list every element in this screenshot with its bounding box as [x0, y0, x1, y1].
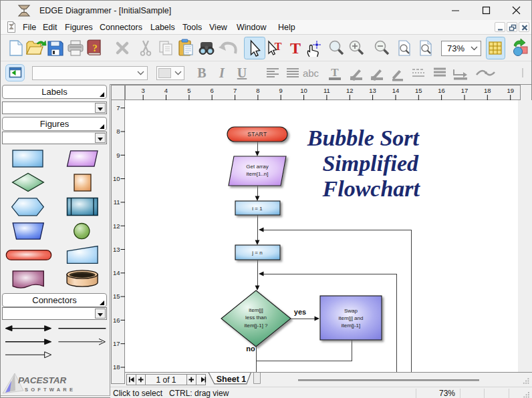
svg-text:START: START: [247, 131, 267, 138]
svg-text:16: 16: [113, 317, 120, 324]
svg-text:19: 19: [507, 87, 514, 94]
svg-text:11: 11: [323, 87, 330, 94]
svg-text:T: T: [290, 39, 301, 57]
svg-text:17: 17: [461, 87, 469, 94]
svg-text:10: 10: [300, 87, 307, 94]
svg-text:i = 1: i = 1: [252, 206, 263, 212]
svg-text:PACESTAR: PACESTAR: [18, 375, 67, 385]
svg-text:12: 12: [346, 87, 354, 94]
svg-text:3: 3: [142, 87, 145, 94]
svg-text:yes: yes: [294, 308, 306, 316]
svg-text:8: 8: [256, 87, 259, 94]
svg-text:17: 17: [113, 340, 120, 347]
svg-text:Bubble Sort: Bubble Sort: [307, 126, 420, 150]
svg-text:14: 14: [392, 87, 400, 94]
svg-text:6: 6: [211, 87, 214, 94]
svg-text:12: 12: [113, 222, 120, 230]
svg-text:Get array: Get array: [246, 164, 268, 170]
svg-text:item[j-1] ?: item[j-1] ?: [244, 323, 268, 329]
svg-text:abc: abc: [303, 67, 319, 79]
svg-text:SOFTWARE: SOFTWARE: [25, 387, 76, 393]
svg-text:9: 9: [116, 152, 120, 159]
svg-text:10: 10: [113, 175, 120, 182]
svg-text:I: I: [219, 65, 225, 80]
svg-text:8: 8: [116, 128, 120, 135]
svg-text:15: 15: [113, 292, 120, 300]
svg-text:73%: 73%: [447, 43, 464, 53]
svg-text:13: 13: [369, 87, 376, 94]
svg-text:B: B: [197, 65, 206, 80]
svg-text:15: 15: [415, 87, 422, 94]
svg-text:5: 5: [187, 87, 190, 94]
svg-text:11: 11: [114, 198, 120, 206]
svg-text:Swap: Swap: [344, 308, 358, 314]
svg-text:1 of 1: 1 of 1: [156, 375, 176, 385]
svg-text:j = n: j = n: [251, 250, 262, 256]
svg-text:no: no: [246, 345, 255, 353]
svg-text:item[1..n]: item[1..n]: [247, 171, 269, 177]
svg-text:U: U: [237, 65, 247, 80]
svg-text:less than: less than: [245, 315, 267, 321]
svg-text:?: ?: [92, 43, 98, 53]
svg-text:13: 13: [113, 246, 120, 253]
svg-text:Sheet 1: Sheet 1: [217, 375, 247, 384]
svg-text:18: 18: [484, 87, 491, 94]
svg-text:9: 9: [279, 87, 283, 94]
svg-text:item[j] and: item[j] and: [339, 315, 364, 321]
svg-text:7: 7: [116, 104, 120, 112]
svg-text:T: T: [331, 66, 339, 79]
svg-text:Flowchart: Flowchart: [322, 176, 421, 201]
svg-text:18: 18: [113, 363, 120, 371]
svg-text:7: 7: [233, 87, 237, 94]
svg-text:item[j]: item[j]: [249, 307, 263, 313]
svg-text:item[j-1]: item[j-1]: [342, 323, 360, 329]
svg-text:16: 16: [438, 87, 445, 94]
svg-text:Simplified: Simplified: [322, 151, 419, 176]
svg-text:4: 4: [164, 87, 168, 94]
svg-text:14: 14: [113, 269, 120, 276]
